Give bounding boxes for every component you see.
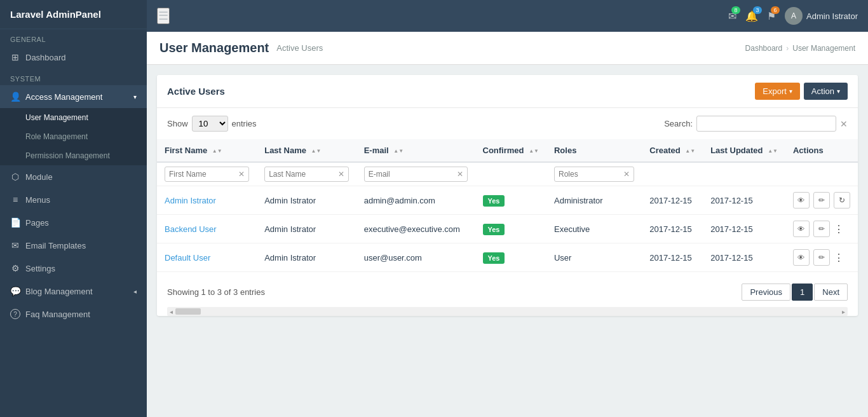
scroll-right-arrow[interactable]: ▸ xyxy=(839,308,848,315)
sort-icon-last-updated[interactable]: ▲▼ xyxy=(768,149,778,154)
cell-last-name: Admin Istrator xyxy=(257,215,356,243)
sidebar-item-role-management[interactable]: Role Management xyxy=(0,127,147,146)
sidebar-item-access-management[interactable]: 👤 Access Management ▾ xyxy=(0,85,147,108)
more-actions-button[interactable]: ⋮ xyxy=(834,223,844,235)
cell-created: 2017-12-15 xyxy=(642,215,703,243)
sidebar-toggle-button[interactable]: ☰ xyxy=(157,8,170,24)
card-actions: Export ▾ Action ▾ xyxy=(755,83,848,100)
topbar-right: ✉ 8 🔔 3 ⚑ 6 A Admin Istrator xyxy=(728,7,858,25)
user-info[interactable]: A Admin Istrator xyxy=(785,7,858,25)
cell-first-name: Default User xyxy=(157,243,257,272)
show-label: Show xyxy=(167,119,188,128)
search-clear-button[interactable]: ✕ xyxy=(840,119,848,129)
sort-icon-first-name[interactable]: ▲▼ xyxy=(212,149,222,154)
scroll-thumb[interactable] xyxy=(175,308,201,315)
entries-select[interactable]: 10 25 50 100 xyxy=(192,116,228,132)
cell-created: 2017-12-15 xyxy=(642,243,703,272)
chevron-left-icon: ◂ xyxy=(133,288,137,295)
col-first-name: First Name ▲▼ xyxy=(157,139,257,162)
bell-notification-icon[interactable]: 🔔 3 xyxy=(745,10,758,22)
cell-last-updated: 2017-12-15 xyxy=(703,243,785,272)
sidebar-item-email-templates[interactable]: ✉ Email Templates xyxy=(0,234,147,257)
cell-first-name-link[interactable]: Default User xyxy=(165,253,210,263)
sidebar: Laravel AdminPanel General ⊞ Dashboard S… xyxy=(0,0,147,417)
table-row: Admin IstratorAdmin Istratoradmin@admin.… xyxy=(157,186,858,215)
action-icons-group: 👁✏↻ xyxy=(793,192,850,208)
horizontal-scrollbar[interactable]: ◂ ▸ xyxy=(167,307,848,316)
sidebar-item-label: Module xyxy=(25,172,53,182)
cell-confirmed: Yes xyxy=(475,186,546,215)
filter-roles-clear[interactable]: ✕ xyxy=(623,170,630,179)
table-body: Admin IstratorAdmin Istratoradmin@admin.… xyxy=(157,186,858,272)
sort-icon-confirmed[interactable]: ▲▼ xyxy=(529,149,539,154)
sidebar-item-permission-management[interactable]: Permission Management xyxy=(0,146,147,165)
faq-icon: ? xyxy=(10,309,20,319)
sort-icon-last-name[interactable]: ▲▼ xyxy=(311,149,322,154)
entries-label: entries xyxy=(232,119,257,128)
confirmed-badge: Yes xyxy=(483,224,505,235)
sidebar-item-label: Pages xyxy=(25,218,49,228)
filter-first-name-input[interactable] xyxy=(169,170,238,179)
breadcrumb-dashboard[interactable]: Dashboard xyxy=(745,44,783,53)
cell-roles: User xyxy=(546,243,642,272)
sidebar-item-blog-management[interactable]: 💬 Blog Management ◂ xyxy=(0,280,147,303)
flag-notification-icon[interactable]: ⚑ 6 xyxy=(767,10,776,22)
filter-first-name-clear[interactable]: ✕ xyxy=(238,170,245,179)
refresh-action-button[interactable]: ↻ xyxy=(834,192,850,208)
filter-email-clear[interactable]: ✕ xyxy=(457,170,463,179)
edit-action-button[interactable]: ✏ xyxy=(813,221,830,237)
sidebar-submenu-label: Role Management xyxy=(25,132,88,141)
card-header: Active Users Export ▾ Action ▾ xyxy=(157,75,858,108)
more-actions-button[interactable]: ⋮ xyxy=(834,252,844,264)
cell-email: executive@executive.com xyxy=(356,215,475,243)
chevron-down-icon: ▾ xyxy=(133,93,137,100)
cell-roles: Executive xyxy=(546,215,642,243)
sidebar-item-label: Menus xyxy=(25,195,50,205)
sort-icon-email[interactable]: ▲▼ xyxy=(393,149,403,154)
export-button[interactable]: Export ▾ xyxy=(755,83,800,100)
previous-button[interactable]: Previous xyxy=(742,284,790,301)
edit-action-button[interactable]: ✏ xyxy=(813,249,830,266)
filter-roles-input[interactable] xyxy=(559,170,623,179)
sidebar-item-pages[interactable]: 📄 Pages xyxy=(0,211,147,234)
sidebar-item-user-management[interactable]: User Management xyxy=(0,108,147,127)
sidebar-item-menus[interactable]: ≡ Menus xyxy=(0,188,147,211)
action-button[interactable]: Action ▾ xyxy=(804,83,848,100)
view-action-button[interactable]: 👁 xyxy=(793,221,810,237)
page-1-button[interactable]: 1 xyxy=(792,284,813,301)
filter-email-input[interactable] xyxy=(369,170,457,179)
search-input[interactable] xyxy=(696,116,836,132)
sidebar-item-faq-management[interactable]: ? Faq Management xyxy=(0,303,147,325)
main-wrapper: ☰ ✉ 8 🔔 3 ⚑ 6 A Admin Istrator Us xyxy=(147,0,868,417)
sidebar-submenu-label: Permission Management xyxy=(25,151,110,160)
filter-last-name-clear[interactable]: ✕ xyxy=(338,170,344,179)
cell-email: admin@admin.com xyxy=(356,186,475,215)
scroll-left-arrow[interactable]: ◂ xyxy=(167,308,175,315)
filter-last-name-input[interactable] xyxy=(269,170,337,179)
filter-confirmed xyxy=(475,162,546,186)
col-actions: Actions xyxy=(785,139,858,162)
sidebar-item-dashboard[interactable]: ⊞ Dashboard xyxy=(0,46,147,69)
sidebar-item-label: Dashboard xyxy=(25,53,66,62)
cell-last-updated: 2017-12-15 xyxy=(703,186,785,215)
col-email: E-mail ▲▼ xyxy=(356,139,475,162)
view-action-button[interactable]: 👁 xyxy=(793,192,810,208)
topbar: ☰ ✉ 8 🔔 3 ⚑ 6 A Admin Istrator xyxy=(147,0,868,32)
mail-notification-icon[interactable]: ✉ 8 xyxy=(728,10,736,22)
next-button[interactable]: Next xyxy=(814,284,848,301)
cell-first-name-link[interactable]: Admin Istrator xyxy=(165,196,216,205)
cell-email: user@user.com xyxy=(356,243,475,272)
breadcrumb: Dashboard › User Management xyxy=(745,44,855,53)
cell-roles: Administrator xyxy=(546,186,642,215)
breadcrumb-current: User Management xyxy=(792,44,855,53)
sidebar-item-settings[interactable]: ⚙ Settings xyxy=(0,257,147,280)
sidebar-item-module[interactable]: ⬡ Module xyxy=(0,165,147,188)
cell-first-name-link[interactable]: Backend User xyxy=(165,224,217,234)
page-title-area: User Management Active Users xyxy=(159,41,323,55)
view-action-button[interactable]: 👁 xyxy=(793,249,810,266)
action-icons-group: 👁✏⋮ xyxy=(793,221,850,237)
users-card: Active Users Export ▾ Action ▾ Show xyxy=(157,75,858,316)
cell-created: 2017-12-15 xyxy=(642,186,703,215)
edit-action-button[interactable]: ✏ xyxy=(813,192,830,208)
sort-icon-created[interactable]: ▲▼ xyxy=(685,149,695,154)
